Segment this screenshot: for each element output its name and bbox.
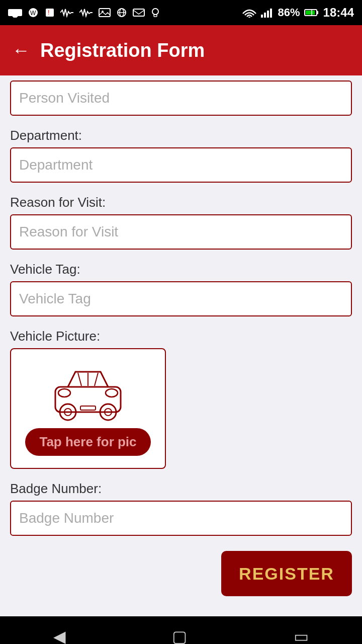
image-icon bbox=[99, 8, 111, 18]
app-bar: ← Registration Form bbox=[0, 25, 362, 75]
home-nav-button[interactable]: ▢ bbox=[172, 627, 187, 644]
bulb-icon bbox=[150, 8, 161, 18]
whatsapp-icon: W bbox=[27, 8, 39, 18]
bottom-nav-bar: ◀ ▢ ▭ bbox=[0, 616, 362, 644]
battery-icon bbox=[304, 8, 319, 18]
vehicle-tag-label: Vehicle Tag: bbox=[10, 262, 352, 277]
status-right: 86% 18:44 bbox=[242, 6, 354, 20]
reason-visit-input[interactable] bbox=[10, 214, 352, 250]
svg-point-14 bbox=[248, 17, 250, 18]
globe-icon bbox=[116, 8, 128, 18]
vehicle-tag-input[interactable] bbox=[10, 281, 352, 316]
vehicle-picture-box[interactable]: Tap here for pic bbox=[10, 348, 166, 469]
reason-visit-group: Reason for Visit: bbox=[10, 195, 352, 250]
svg-point-12 bbox=[152, 9, 158, 15]
svg-rect-31 bbox=[80, 406, 96, 410]
svg-rect-16 bbox=[264, 13, 266, 18]
badge-number-label: Badge Number: bbox=[10, 481, 352, 497]
wifi-icon bbox=[242, 8, 257, 18]
car-icon bbox=[50, 362, 126, 422]
form-content: Department: Reason for Visit: Vehicle Ta… bbox=[0, 75, 362, 616]
department-input[interactable] bbox=[10, 147, 352, 183]
signal-icon bbox=[261, 8, 274, 18]
status-bar: W ! 86% 18:44 bbox=[0, 0, 362, 25]
vehicle-picture-group: Vehicle Picture: bbox=[10, 329, 352, 469]
svg-text:!: ! bbox=[48, 9, 49, 16]
back-nav-button[interactable]: ◀ bbox=[53, 627, 66, 644]
notification-icon: ! bbox=[44, 8, 55, 18]
back-button[interactable]: ← bbox=[12, 40, 30, 61]
svg-text:W: W bbox=[30, 10, 36, 17]
department-label: Department: bbox=[10, 128, 352, 143]
page-title: Registration Form bbox=[40, 40, 205, 61]
time-display: 18:44 bbox=[323, 6, 354, 20]
audio-wave-icon bbox=[60, 8, 74, 18]
email-icon bbox=[133, 8, 145, 18]
recents-nav-button[interactable]: ▭ bbox=[294, 627, 309, 644]
svg-rect-21 bbox=[306, 11, 315, 15]
svg-point-26 bbox=[106, 389, 118, 397]
reason-visit-label: Reason for Visit: bbox=[10, 195, 352, 210]
svg-rect-13 bbox=[154, 15, 157, 17]
svg-rect-6 bbox=[99, 9, 110, 17]
svg-rect-18 bbox=[270, 9, 272, 18]
svg-marker-1 bbox=[12, 16, 18, 18]
svg-rect-23 bbox=[55, 387, 121, 412]
svg-rect-15 bbox=[261, 15, 263, 18]
vehicle-tag-group: Vehicle Tag: bbox=[10, 262, 352, 316]
vehicle-picture-label: Vehicle Picture: bbox=[10, 329, 352, 344]
badge-number-group: Badge Number: bbox=[10, 481, 352, 536]
svg-rect-11 bbox=[133, 9, 144, 16]
messages-icon bbox=[8, 8, 22, 18]
badge-number-input[interactable] bbox=[10, 501, 352, 536]
department-group: Department: bbox=[10, 128, 352, 183]
tap-for-pic-button[interactable]: Tap here for pic bbox=[25, 428, 150, 456]
svg-rect-17 bbox=[267, 11, 269, 18]
person-visited-input[interactable] bbox=[10, 80, 352, 116]
svg-rect-4 bbox=[46, 9, 54, 17]
svg-rect-0 bbox=[8, 9, 22, 16]
audio-wave2-icon bbox=[79, 8, 94, 18]
battery-text: 86% bbox=[278, 6, 300, 19]
register-button[interactable]: REGISTER bbox=[221, 551, 352, 596]
status-icons-left: W ! bbox=[8, 8, 161, 18]
svg-point-25 bbox=[58, 389, 70, 397]
person-visited-group bbox=[10, 75, 352, 116]
svg-rect-20 bbox=[317, 11, 318, 14]
register-row: REGISTER bbox=[10, 551, 352, 596]
